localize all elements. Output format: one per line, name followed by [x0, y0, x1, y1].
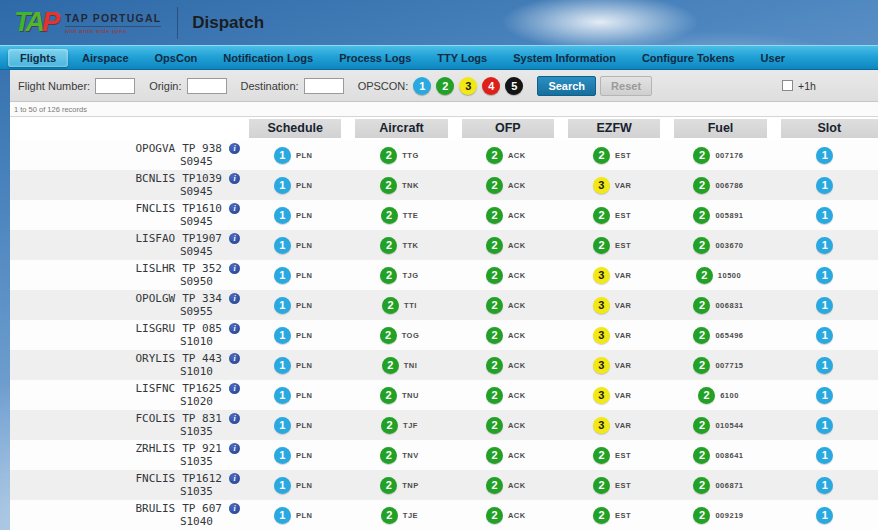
fuel-status-circle[interactable]: 2 — [693, 417, 710, 434]
ofp-status-circle[interactable]: 2 — [486, 507, 503, 524]
schedule-status-circle[interactable]: 1 — [274, 507, 291, 524]
nav-tab-configure-tokens[interactable]: Configure Tokens — [630, 49, 747, 67]
info-icon[interactable]: i — [229, 293, 240, 304]
fuel-status-circle[interactable]: 2 — [693, 147, 710, 164]
schedule-status-circle[interactable]: 1 — [274, 297, 291, 314]
info-icon[interactable]: i — [229, 503, 240, 514]
fuel-status-circle[interactable]: 2 — [693, 447, 710, 464]
opscon-level-2-chip[interactable]: 2 — [436, 77, 454, 95]
fuel-status-circle[interactable]: 2 — [693, 237, 710, 254]
slot-status-circle[interactable]: 1 — [816, 297, 833, 314]
destination-input[interactable] — [304, 78, 344, 94]
info-icon[interactable]: i — [229, 263, 240, 274]
ezfw-status-circle[interactable]: 3 — [593, 387, 610, 404]
opscon-level-5-chip[interactable]: 5 — [505, 77, 523, 95]
info-icon[interactable]: i — [229, 173, 240, 184]
info-icon[interactable]: i — [229, 233, 240, 244]
slot-status-circle[interactable]: 1 — [816, 327, 833, 344]
ezfw-status-circle[interactable]: 3 — [593, 417, 610, 434]
ezfw-status-circle[interactable]: 2 — [593, 207, 610, 224]
opscon-level-3-chip[interactable]: 3 — [459, 77, 477, 95]
ezfw-status-circle[interactable]: 3 — [593, 177, 610, 194]
slot-status-circle[interactable]: 1 — [816, 507, 833, 524]
fuel-status-circle[interactable]: 2 — [693, 477, 710, 494]
info-icon[interactable]: i — [229, 203, 240, 214]
aircraft-status-circle[interactable]: 2 — [382, 357, 399, 374]
slot-status-circle[interactable]: 1 — [816, 237, 833, 254]
schedule-status-circle[interactable]: 1 — [274, 237, 291, 254]
aircraft-status-circle[interactable]: 2 — [382, 297, 399, 314]
aircraft-status-circle[interactable]: 2 — [380, 147, 397, 164]
slot-status-circle[interactable]: 1 — [816, 477, 833, 494]
fuel-status-circle[interactable]: 2 — [693, 297, 710, 314]
slot-status-circle[interactable]: 1 — [816, 177, 833, 194]
ofp-status-circle[interactable]: 2 — [486, 207, 503, 224]
aircraft-status-circle[interactable]: 2 — [381, 417, 398, 434]
aircraft-status-circle[interactable]: 2 — [380, 387, 397, 404]
reset-button[interactable]: Reset — [600, 76, 652, 96]
slot-status-circle[interactable]: 1 — [816, 357, 833, 374]
ezfw-status-circle[interactable]: 3 — [593, 297, 610, 314]
info-icon[interactable]: i — [229, 443, 240, 454]
nav-tab-user[interactable]: User — [749, 49, 797, 67]
ofp-status-circle[interactable]: 2 — [486, 387, 503, 404]
nav-tab-system-information[interactable]: System Information — [501, 49, 628, 67]
plus1h-checkbox[interactable] — [782, 80, 793, 91]
slot-status-circle[interactable]: 1 — [816, 267, 833, 284]
ofp-status-circle[interactable]: 2 — [486, 447, 503, 464]
ezfw-status-circle[interactable]: 3 — [593, 357, 610, 374]
schedule-status-circle[interactable]: 1 — [274, 387, 291, 404]
opscon-level-1-chip[interactable]: 1 — [413, 77, 431, 95]
ofp-status-circle[interactable]: 2 — [486, 237, 503, 254]
aircraft-status-circle[interactable]: 2 — [380, 477, 397, 494]
opscon-level-4-chip[interactable]: 4 — [482, 77, 500, 95]
fuel-status-circle[interactable]: 2 — [693, 177, 710, 194]
slot-status-circle[interactable]: 1 — [816, 417, 833, 434]
nav-tab-process-logs[interactable]: Process Logs — [327, 49, 423, 67]
fuel-status-circle[interactable]: 2 — [693, 357, 710, 374]
aircraft-status-circle[interactable]: 2 — [380, 237, 397, 254]
info-icon[interactable]: i — [229, 383, 240, 394]
aircraft-status-circle[interactable]: 2 — [381, 207, 398, 224]
info-icon[interactable]: i — [229, 413, 240, 424]
ofp-status-circle[interactable]: 2 — [486, 417, 503, 434]
fuel-status-circle[interactable]: 2 — [693, 207, 710, 224]
schedule-status-circle[interactable]: 1 — [274, 147, 291, 164]
slot-status-circle[interactable]: 1 — [816, 447, 833, 464]
schedule-status-circle[interactable]: 1 — [274, 267, 291, 284]
nav-tab-notification-logs[interactable]: Notification Logs — [211, 49, 325, 67]
nav-tab-tty-logs[interactable]: TTY Logs — [425, 49, 499, 67]
fuel-status-circle[interactable]: 2 — [693, 507, 710, 524]
aircraft-status-circle[interactable]: 2 — [381, 507, 398, 524]
aircraft-status-circle[interactable]: 2 — [380, 267, 397, 284]
ezfw-status-circle[interactable]: 2 — [593, 237, 610, 254]
aircraft-status-circle[interactable]: 2 — [380, 177, 397, 194]
ofp-status-circle[interactable]: 2 — [486, 477, 503, 494]
ofp-status-circle[interactable]: 2 — [486, 177, 503, 194]
ezfw-status-circle[interactable]: 2 — [593, 147, 610, 164]
slot-status-circle[interactable]: 1 — [816, 207, 833, 224]
schedule-status-circle[interactable]: 1 — [274, 207, 291, 224]
schedule-status-circle[interactable]: 1 — [274, 327, 291, 344]
flight-number-input[interactable] — [95, 78, 135, 94]
schedule-status-circle[interactable]: 1 — [274, 177, 291, 194]
ezfw-status-circle[interactable]: 2 — [593, 447, 610, 464]
ofp-status-circle[interactable]: 2 — [486, 327, 503, 344]
fuel-status-circle[interactable]: 2 — [698, 387, 715, 404]
schedule-status-circle[interactable]: 1 — [274, 477, 291, 494]
ezfw-status-circle[interactable]: 3 — [593, 327, 610, 344]
nav-tab-flights[interactable]: Flights — [8, 49, 68, 67]
slot-status-circle[interactable]: 1 — [816, 147, 833, 164]
ezfw-status-circle[interactable]: 2 — [593, 507, 610, 524]
aircraft-status-circle[interactable]: 2 — [380, 327, 397, 344]
ofp-status-circle[interactable]: 2 — [486, 357, 503, 374]
schedule-status-circle[interactable]: 1 — [274, 357, 291, 374]
aircraft-status-circle[interactable]: 2 — [380, 447, 397, 464]
info-icon[interactable]: i — [229, 143, 240, 154]
origin-input[interactable] — [187, 78, 227, 94]
nav-tab-airspace[interactable]: Airspace — [70, 49, 140, 67]
ofp-status-circle[interactable]: 2 — [486, 267, 503, 284]
info-icon[interactable]: i — [229, 323, 240, 334]
ofp-status-circle[interactable]: 2 — [486, 147, 503, 164]
ofp-status-circle[interactable]: 2 — [486, 297, 503, 314]
